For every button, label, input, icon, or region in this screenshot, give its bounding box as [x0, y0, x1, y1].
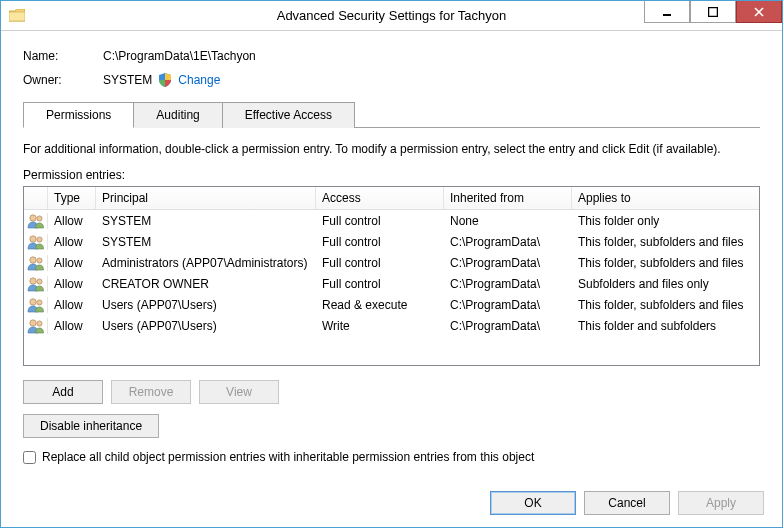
col-inherited[interactable]: Inherited from [444, 187, 572, 209]
table-body: AllowSYSTEMFull controlNoneThis folder o… [24, 210, 759, 336]
users-icon [24, 255, 48, 271]
cell-principal: SYSTEM [96, 212, 316, 230]
table-row[interactable]: AllowUsers (APP07\Users)WriteC:\ProgramD… [24, 315, 759, 336]
maximize-button[interactable] [690, 1, 736, 23]
cell-access: Read & execute [316, 296, 444, 314]
table-row[interactable]: AllowUsers (APP07\Users)Read & executeC:… [24, 294, 759, 315]
titlebar: Advanced Security Settings for Tachyon [1, 1, 782, 31]
table-row[interactable]: AllowCREATOR OWNERFull controlC:\Program… [24, 273, 759, 294]
cell-access: Full control [316, 212, 444, 230]
cell-inherited: C:\ProgramData\ [444, 317, 572, 335]
col-type[interactable]: Type [48, 187, 96, 209]
cell-access: Full control [316, 254, 444, 272]
cell-access: Full control [316, 275, 444, 293]
folder-icon [9, 9, 25, 22]
cell-principal: Administrators (APP07\Administrators) [96, 254, 316, 272]
close-button[interactable] [736, 1, 782, 23]
col-access[interactable]: Access [316, 187, 444, 209]
replace-checkbox-label[interactable]: Replace all child object permission entr… [42, 450, 534, 464]
tab-auditing[interactable]: Auditing [133, 102, 222, 128]
name-value: C:\ProgramData\1E\Tachyon [103, 49, 256, 63]
owner-row: Owner: SYSTEM Change [23, 73, 760, 87]
table-label: Permission entries: [23, 168, 760, 182]
col-principal[interactable]: Principal [96, 187, 316, 209]
col-icon[interactable] [24, 187, 48, 209]
disable-inheritance-button[interactable]: Disable inheritance [23, 414, 159, 438]
table-row[interactable]: AllowSYSTEMFull controlC:\ProgramData\Th… [24, 231, 759, 252]
users-icon [24, 297, 48, 313]
view-button: View [199, 380, 279, 404]
cell-inherited: C:\ProgramData\ [444, 296, 572, 314]
svg-rect-0 [663, 14, 671, 16]
users-icon [24, 318, 48, 334]
cell-access: Full control [316, 233, 444, 251]
cell-inherited: C:\ProgramData\ [444, 275, 572, 293]
table-row[interactable]: AllowSYSTEMFull controlNoneThis folder o… [24, 210, 759, 231]
tab-effective-access[interactable]: Effective Access [222, 102, 355, 128]
dialog-footer: OK Cancel Apply [490, 491, 764, 515]
name-label: Name: [23, 49, 103, 63]
users-icon [24, 234, 48, 250]
cell-type: Allow [48, 296, 96, 314]
owner-value: SYSTEM [103, 73, 152, 87]
svg-point-4 [29, 214, 35, 220]
cell-inherited: C:\ProgramData\ [444, 254, 572, 272]
window-controls [644, 1, 782, 23]
cell-applies: Subfolders and files only [572, 275, 759, 293]
svg-point-10 [29, 277, 35, 283]
cell-principal: CREATOR OWNER [96, 275, 316, 293]
minimize-button[interactable] [644, 1, 690, 23]
users-icon [24, 276, 48, 292]
apply-button: Apply [678, 491, 764, 515]
cancel-button[interactable]: Cancel [584, 491, 670, 515]
svg-point-7 [36, 236, 41, 241]
instruction-text: For additional information, double-click… [23, 142, 760, 156]
tabstrip: Permissions Auditing Effective Access [23, 101, 760, 128]
cell-type: Allow [48, 275, 96, 293]
svg-point-14 [29, 319, 35, 325]
svg-point-9 [36, 257, 41, 262]
cell-applies: This folder, subfolders and files [572, 254, 759, 272]
cell-inherited: None [444, 212, 572, 230]
cell-principal: SYSTEM [96, 233, 316, 251]
add-button[interactable]: Add [23, 380, 103, 404]
cell-type: Allow [48, 212, 96, 230]
cell-applies: This folder, subfolders and files [572, 296, 759, 314]
owner-label: Owner: [23, 73, 103, 87]
svg-rect-1 [709, 7, 718, 16]
remove-button: Remove [111, 380, 191, 404]
svg-point-12 [29, 298, 35, 304]
replace-checkbox[interactable] [23, 451, 36, 464]
cell-principal: Users (APP07\Users) [96, 296, 316, 314]
shield-icon [158, 73, 172, 87]
table-header: Type Principal Access Inherited from App… [24, 187, 759, 210]
cell-principal: Users (APP07\Users) [96, 317, 316, 335]
cell-type: Allow [48, 233, 96, 251]
cell-applies: This folder and subfolders [572, 317, 759, 335]
svg-point-5 [36, 215, 41, 220]
name-row: Name: C:\ProgramData\1E\Tachyon [23, 49, 760, 63]
cell-applies: This folder, subfolders and files [572, 233, 759, 251]
tab-permissions[interactable]: Permissions [23, 102, 134, 128]
svg-point-8 [29, 256, 35, 262]
cell-type: Allow [48, 317, 96, 335]
permission-table: Type Principal Access Inherited from App… [23, 186, 760, 366]
svg-point-11 [36, 278, 41, 283]
users-icon [24, 213, 48, 229]
cell-access: Write [316, 317, 444, 335]
cell-applies: This folder only [572, 212, 759, 230]
change-owner-link[interactable]: Change [178, 73, 220, 87]
col-applies[interactable]: Applies to [572, 187, 759, 209]
ok-button[interactable]: OK [490, 491, 576, 515]
svg-point-6 [29, 235, 35, 241]
table-row[interactable]: AllowAdministrators (APP07\Administrator… [24, 252, 759, 273]
svg-point-13 [36, 299, 41, 304]
cell-inherited: C:\ProgramData\ [444, 233, 572, 251]
svg-point-15 [36, 320, 41, 325]
cell-type: Allow [48, 254, 96, 272]
